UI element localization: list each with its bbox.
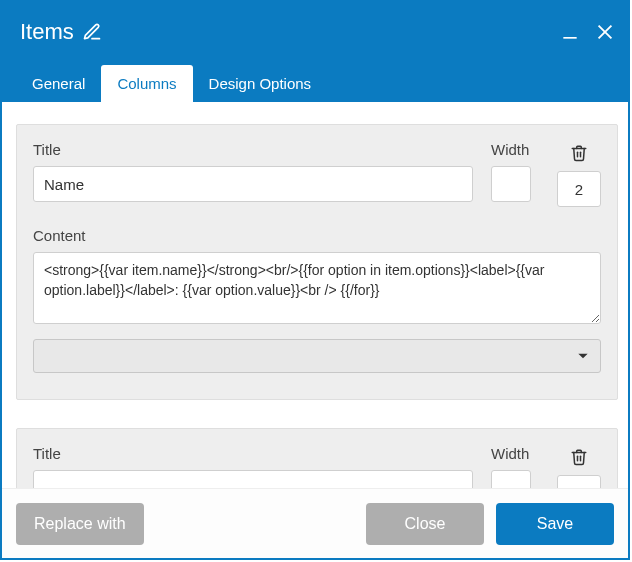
delete-button[interactable] (570, 141, 588, 163)
dialog-footer: Replace with Close Save (2, 488, 628, 558)
column-panel: Title Width (16, 428, 618, 488)
width-input[interactable] (491, 166, 531, 202)
window-controls (560, 21, 616, 43)
chevron-down-icon (576, 349, 590, 363)
window-title: Items (20, 19, 102, 45)
close-button[interactable]: Close (366, 503, 484, 545)
trash-icon (570, 143, 588, 163)
content-textarea[interactable] (33, 252, 601, 324)
order-input[interactable] (557, 171, 601, 207)
svg-marker-3 (578, 354, 587, 359)
dialog-window: Items General Columns Design Options (0, 0, 630, 560)
content-scroll[interactable]: Title Width Content (2, 102, 628, 488)
delete-button[interactable] (570, 445, 588, 467)
column-panel: Title Width Content (16, 124, 618, 400)
content-label: Content (33, 227, 601, 244)
window-title-text: Items (20, 19, 74, 45)
width-label: Width (491, 141, 539, 158)
minimize-button[interactable] (560, 22, 580, 42)
edit-icon[interactable] (82, 22, 102, 42)
width-input[interactable] (491, 470, 531, 488)
title-input[interactable] (33, 166, 473, 202)
tab-columns[interactable]: Columns (101, 65, 192, 102)
width-label: Width (491, 445, 539, 462)
tab-bar: General Columns Design Options (2, 62, 628, 102)
order-input[interactable] (557, 475, 601, 488)
tab-design-options[interactable]: Design Options (193, 65, 328, 102)
content-area: Title Width Content (2, 102, 628, 488)
trash-icon (570, 447, 588, 467)
tab-general[interactable]: General (16, 65, 101, 102)
close-window-button[interactable] (594, 21, 616, 43)
save-button[interactable]: Save (496, 503, 614, 545)
title-label: Title (33, 445, 473, 462)
title-label: Title (33, 141, 473, 158)
replace-with-button[interactable]: Replace with (16, 503, 144, 545)
variable-select[interactable] (33, 339, 601, 373)
title-bar: Items (2, 2, 628, 62)
title-input[interactable] (33, 470, 473, 488)
